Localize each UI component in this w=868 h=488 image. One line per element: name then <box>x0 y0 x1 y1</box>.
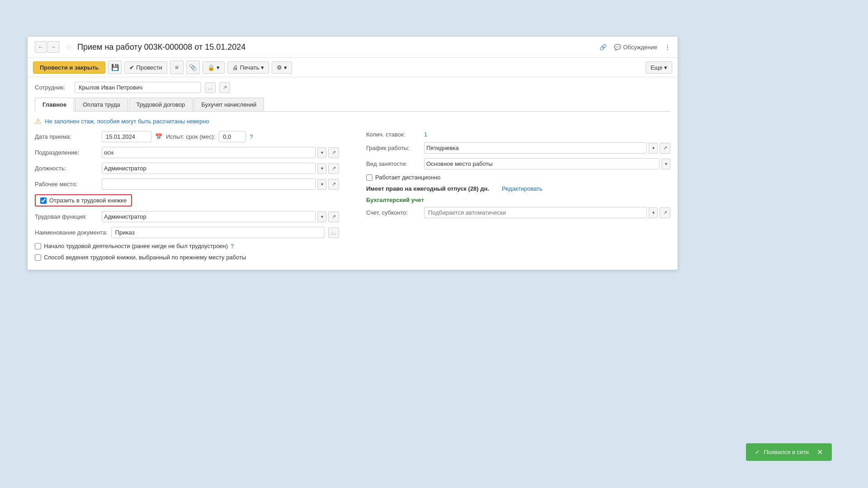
settings-button[interactable]: ⚙ ▾ <box>272 61 292 74</box>
toast-notification: ✓ Появился в сети ✕ <box>746 443 832 461</box>
account-label: Счет, субконто: <box>366 209 420 216</box>
warning-icon: ⚠ <box>35 117 41 126</box>
list-button[interactable]: ≡ <box>170 61 184 74</box>
labor-function-link-button[interactable]: ↗ <box>328 211 339 222</box>
print-button[interactable]: 🖨 Печать ▾ <box>227 61 269 74</box>
post-button[interactable]: ✔ Провести <box>124 61 167 74</box>
start-question-icon[interactable]: ? <box>231 243 234 249</box>
link-icon: 🔗 <box>599 44 607 51</box>
probation-label: Испыт. срок (мес): <box>166 133 215 140</box>
start-activity-label: Начало трудовой деятельности (ранее нигд… <box>44 243 228 249</box>
division-label: Подразделение: <box>35 149 98 156</box>
position-chevron-button[interactable]: ▾ <box>317 163 326 174</box>
remote-label: Работает дистанционно <box>375 174 440 181</box>
position-link-button[interactable]: ↗ <box>328 163 339 174</box>
doc-name-more-button[interactable]: … <box>328 227 339 238</box>
tab-bar: Главное Оплата труда Трудовой договор Бу… <box>35 98 670 112</box>
doc-name-input[interactable] <box>111 227 325 238</box>
settings-icon: ⚙ <box>277 64 282 71</box>
employee-input[interactable] <box>75 82 201 93</box>
attach-icon: 📎 <box>189 64 197 71</box>
count-value[interactable]: 1 <box>424 131 427 138</box>
post-and-close-button[interactable]: Провести и закрыть <box>33 61 105 74</box>
toast-text: Появился в сети <box>764 449 809 455</box>
employee-select-button[interactable]: … <box>205 82 216 93</box>
tab-labor-contract[interactable]: Трудовой договор <box>129 98 193 111</box>
labor-function-chevron-button[interactable]: ▾ <box>317 211 326 222</box>
more-toolbar-button[interactable]: Еще ▾ <box>646 61 672 74</box>
more-button[interactable]: ⋮ <box>665 44 670 51</box>
account-input[interactable] <box>424 207 647 218</box>
start-activity-checkbox[interactable] <box>35 243 41 249</box>
tab-payroll[interactable]: Оплата труда <box>75 98 127 111</box>
employment-input[interactable] <box>424 158 660 169</box>
workbook-checkbox[interactable] <box>40 197 47 204</box>
vacation-text: Имеет право на ежегодный отпуск (28) дн. <box>366 185 489 192</box>
accounting-header: Бухгалтерский учет <box>366 197 670 203</box>
toast-close-button[interactable]: ✕ <box>817 448 823 456</box>
toast-check-icon: ✓ <box>755 449 760 455</box>
workplace-chevron-button[interactable]: ▾ <box>317 179 326 190</box>
favorite-button[interactable]: ☆ <box>63 41 75 53</box>
page-title: Прием на работу 003К-000008 от 15.01.202… <box>77 42 599 52</box>
position-label: Должность: <box>35 165 98 172</box>
save-button[interactable]: 💾 <box>108 61 122 74</box>
settings-chevron-icon: ▾ <box>284 64 287 71</box>
account-chevron-button[interactable]: ▾ <box>649 207 658 218</box>
date-label: Дата приема: <box>35 133 98 140</box>
warning-link[interactable]: Не заполнен стаж, пособия могут быть рас… <box>45 118 209 125</box>
tab-main[interactable]: Главное <box>35 98 74 112</box>
workbook-label: Отразить в трудовой книжке <box>49 197 127 204</box>
schedule-link-button[interactable]: ↗ <box>660 143 670 154</box>
schedule-input[interactable] <box>424 142 647 154</box>
save-icon: 💾 <box>111 64 119 71</box>
division-input[interactable] <box>102 147 316 158</box>
employee-label: Сотрудник: <box>35 84 71 91</box>
discussion-label: Обсуждение <box>623 44 657 51</box>
lock-icon: 🔒 <box>208 64 215 71</box>
count-label: Колич. ставок: <box>366 131 420 138</box>
employment-label: Вид занятости: <box>366 160 420 167</box>
method-label: Способ ведения трудовой книжки, выбранны… <box>44 254 246 261</box>
probation-input[interactable] <box>219 131 246 142</box>
start-activity-checkbox-container: Начало трудовой деятельности (ранее нигд… <box>35 243 234 249</box>
question-icon[interactable]: ? <box>250 133 253 140</box>
employee-link-button[interactable]: ↗ <box>219 82 230 93</box>
edit-vacation-button[interactable]: Редактировать <box>502 185 542 192</box>
chevron-down-icon: ▾ <box>217 64 220 71</box>
workplace-input[interactable] <box>102 178 316 190</box>
method-checkbox[interactable] <box>35 254 41 261</box>
workplace-label: Рабочее место: <box>35 181 98 188</box>
calendar-icon[interactable]: 📅 <box>155 133 162 140</box>
remote-checkbox[interactable] <box>366 174 373 181</box>
list-icon: ≡ <box>175 64 179 71</box>
position-input[interactable] <box>102 163 316 174</box>
tab-accounting[interactable]: Бухучет начислений <box>193 98 264 111</box>
workbook-checkbox-container: Отразить в трудовой книжке <box>35 194 132 206</box>
workplace-link-button[interactable]: ↗ <box>328 179 339 190</box>
print-label: Печать <box>240 64 259 71</box>
discussion-button[interactable]: 💬 Обсуждение <box>614 44 657 51</box>
method-checkbox-container: Способ ведения трудовой книжки, выбранны… <box>35 254 246 261</box>
post-label: Провести <box>136 64 162 71</box>
lock-button[interactable]: 🔒 ▾ <box>203 61 225 74</box>
remote-checkbox-container: Работает дистанционно <box>366 174 440 181</box>
discussion-icon: 💬 <box>614 44 621 51</box>
link-button[interactable]: 🔗 <box>599 44 607 51</box>
date-input[interactable] <box>102 131 151 142</box>
schedule-chevron-button[interactable]: ▾ <box>649 143 658 154</box>
labor-function-label: Трудовая функция: <box>35 213 98 220</box>
post-icon: ✔ <box>129 64 134 71</box>
division-chevron-button[interactable]: ▾ <box>317 147 326 158</box>
back-button[interactable]: ← <box>35 41 47 53</box>
schedule-label: График работы: <box>366 145 420 151</box>
employment-chevron-button[interactable]: ▾ <box>661 159 670 169</box>
division-link-button[interactable]: ↗ <box>328 147 339 158</box>
doc-name-label: Наименование документа: <box>35 229 108 236</box>
print-icon: 🖨 <box>232 64 238 71</box>
labor-function-input[interactable] <box>102 211 316 222</box>
print-chevron-icon: ▾ <box>261 64 264 71</box>
attach-button[interactable]: 📎 <box>186 61 200 74</box>
account-link-button[interactable]: ↗ <box>660 207 670 218</box>
forward-button[interactable]: → <box>47 41 59 53</box>
